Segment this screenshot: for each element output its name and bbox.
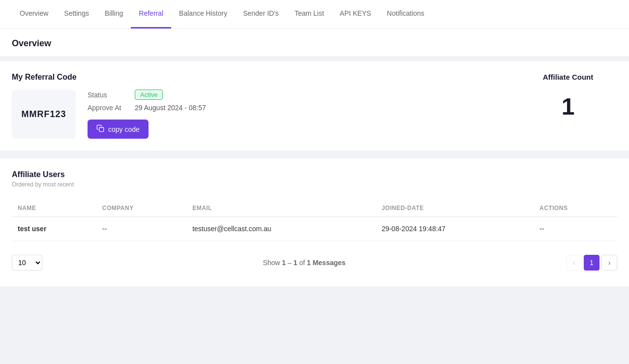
next-page-button[interactable]: › bbox=[601, 255, 617, 271]
messages-label: Messages bbox=[313, 259, 346, 267]
affiliate-count-section: Affiliate Count 1 bbox=[519, 73, 617, 120]
page-1-button[interactable]: 1 bbox=[584, 255, 599, 271]
page-size-select[interactable]: 10 25 50 100 bbox=[12, 255, 42, 271]
col-actions: ACTIONS bbox=[534, 200, 617, 217]
col-name: NAME bbox=[12, 200, 96, 217]
nav-bar: OverviewSettingsBillingReferralBalance H… bbox=[0, 0, 629, 29]
overview-section: Overview bbox=[0, 29, 629, 57]
overview-title: Overview bbox=[12, 38, 617, 49]
affiliate-users-subtitle: Ordered by most recent bbox=[12, 181, 617, 188]
col-joined-date: JOINED-DATE bbox=[376, 200, 534, 217]
status-badge: Active bbox=[135, 90, 163, 100]
nav-item-api-keys[interactable]: API KEYS bbox=[332, 0, 379, 29]
pagination-controls: ‹ 1 › bbox=[566, 255, 617, 271]
svg-rect-0 bbox=[99, 127, 104, 132]
affiliate-users-table: NAME COMPANY EMAIL JOINED-DATE ACTIONS t… bbox=[12, 200, 617, 241]
nav-item-billing[interactable]: Billing bbox=[97, 0, 131, 29]
approve-at-value: 29 August 2024 - 08:57 bbox=[135, 104, 206, 112]
copy-icon bbox=[96, 124, 104, 134]
range-start: 1 bbox=[282, 259, 286, 267]
cell-company: -- bbox=[96, 217, 186, 241]
affiliate-count-title: Affiliate Count bbox=[519, 73, 617, 81]
col-email: EMAIL bbox=[186, 200, 376, 217]
referral-code: MMRF123 bbox=[21, 109, 66, 120]
affiliate-count-number: 1 bbox=[519, 93, 617, 120]
table-header-row: NAME COMPANY EMAIL JOINED-DATE ACTIONS bbox=[12, 200, 617, 217]
table-row: test user -- testuser@cellcast.com.au 29… bbox=[12, 217, 617, 241]
nav-item-balance-history[interactable]: Balance History bbox=[171, 0, 235, 29]
cell-email: testuser@cellcast.com.au bbox=[186, 217, 376, 241]
nav-item-overview[interactable]: Overview bbox=[12, 0, 56, 29]
cell-joined-date: 29-08-2024 19:48:47 bbox=[376, 217, 534, 241]
nav-item-team-list[interactable]: Team List bbox=[287, 0, 332, 29]
pagination-info: Show 1 – 1 of 1 Messages bbox=[263, 259, 345, 267]
status-label: Status bbox=[88, 91, 127, 99]
nav-item-settings[interactable]: Settings bbox=[56, 0, 97, 29]
pagination-bar: 10 25 50 100 Show 1 – 1 of 1 Messages ‹ … bbox=[12, 251, 617, 274]
page-size-selector: 10 25 50 100 bbox=[12, 255, 42, 271]
copy-code-button[interactable]: copy code bbox=[88, 120, 149, 139]
referral-code-box: MMRF123 bbox=[12, 90, 76, 139]
nav-item-notifications[interactable]: Notifications bbox=[379, 0, 432, 29]
total-count: 1 bbox=[307, 259, 311, 267]
prev-page-button[interactable]: ‹ bbox=[566, 255, 582, 271]
cell-name: test user bbox=[12, 217, 96, 241]
copy-button-label: copy code bbox=[108, 125, 140, 133]
affiliate-users-section: Affiliate Users Ordered by most recent N… bbox=[0, 158, 629, 286]
referral-section: My Referral Code MMRF123 Status Active A… bbox=[0, 61, 629, 154]
nav-item-referral[interactable]: Referral bbox=[131, 0, 171, 29]
col-company: COMPANY bbox=[96, 200, 186, 217]
nav-item-sender-ids[interactable]: Sender ID's bbox=[235, 0, 287, 29]
referral-section-title: My Referral Code bbox=[12, 73, 206, 82]
affiliate-users-title: Affiliate Users bbox=[12, 170, 617, 179]
approve-at-label: Approve At bbox=[88, 104, 127, 112]
range-end: 1 bbox=[294, 259, 298, 267]
cell-actions: -- bbox=[534, 217, 617, 241]
